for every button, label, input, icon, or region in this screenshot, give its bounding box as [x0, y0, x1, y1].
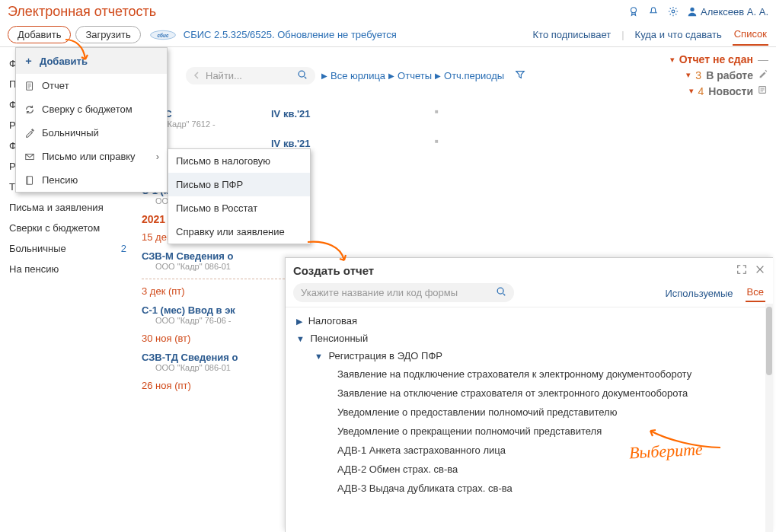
breadcrumb-item[interactable]: Все юрлица [331, 70, 385, 81]
sidebar-item[interactable]: На пенсию [6, 259, 137, 279]
dropdown-item[interactable]: Пенсию [16, 168, 167, 192]
svg-point-0 [631, 8, 637, 13]
report-period: IV кв.'21 [271, 108, 311, 119]
tab-used[interactable]: Используемые [663, 285, 734, 302]
status-in-work[interactable]: ▾ 3 В работе [670, 67, 768, 83]
sidebar-item[interactable]: Больничные2 [6, 238, 137, 259]
dropdown-item-label: Сверку с бюджетом [42, 104, 133, 115]
user-name: Алексеев А. А. [701, 6, 768, 18]
search-icon[interactable] [496, 286, 506, 299]
chevron-left-icon [193, 72, 201, 79]
gear-icon[interactable] [667, 5, 679, 18]
arrow-annotation [59, 37, 97, 67]
svg-point-5 [299, 71, 305, 77]
scrollbar[interactable] [765, 304, 773, 532]
minus-icon: — [758, 53, 768, 65]
who-signs-link[interactable]: Кто подписывает [533, 29, 612, 40]
sidebar-item-label: Письма и заявления [9, 202, 104, 213]
dropdown-item[interactable]: Сверку с бюджетом [16, 97, 167, 121]
user-icon [687, 6, 698, 17]
status-not-sent[interactable]: ▾ Отчет не сдан — [670, 52, 768, 67]
report-period: IV кв.'21 [271, 138, 311, 149]
book-icon [24, 175, 36, 186]
report-row[interactable]: о НДСIV кв.'21■О "Кадр" 7612 - [142, 104, 768, 133]
triangle-down-icon: ▼ [315, 352, 323, 361]
dropdown-item[interactable]: Больничный [16, 121, 167, 145]
submenu-item[interactable]: Справку или заявление [168, 220, 310, 244]
sync-icon [24, 104, 36, 115]
tree-leaf[interactable]: Заявление на отключение страхователя от … [293, 384, 770, 403]
svg-text:сбис: сбис [157, 32, 168, 37]
tab-all[interactable]: Все [746, 283, 765, 302]
doc-icon [24, 81, 36, 91]
sidebar-item[interactable]: Письма и заявления [6, 197, 137, 218]
search-input[interactable]: Найти... [186, 67, 315, 84]
submenu-item[interactable]: Письмо в ПФР [168, 173, 310, 196]
breadcrumb-item[interactable]: Отчеты [398, 70, 432, 81]
dropdown-item-label: Пенсию [42, 174, 78, 186]
sidebar-item-label: На пенсию [9, 263, 59, 275]
tree-node-tax[interactable]: ▶ Налоговая [293, 312, 770, 330]
sidebar-item-label: Сверки с бюджетом [9, 222, 100, 234]
breadcrumb-item[interactable]: Отч.периоды [444, 70, 504, 81]
filter-icon[interactable] [515, 69, 525, 82]
tab-list[interactable]: Список [733, 24, 768, 46]
mail-icon [24, 151, 36, 162]
tree-leaf[interactable]: АДВ-2 Обмен страх. св-ва [293, 460, 770, 479]
plus-icon: ＋ [24, 54, 34, 68]
report-title: СС [142, 138, 768, 149]
callout-text: Выберите [628, 439, 703, 463]
close-icon[interactable] [755, 264, 765, 277]
triangle-right-icon: ▶ [321, 72, 327, 80]
tree-leaf[interactable]: АДВ-3 Выдача дубликата страх. св-ва [293, 479, 770, 498]
award-icon[interactable] [628, 5, 640, 18]
add-dropdown: ＋ Добавить ОтчетСверку с бюджетомБольнич… [15, 47, 168, 193]
panel-search-placeholder: Укажите название или код формы [301, 287, 458, 298]
dropdown-item[interactable]: Отчет [16, 74, 167, 97]
submenu-item[interactable]: Письмо в налоговую [168, 149, 310, 173]
dropdown-item-label: Письмо или справку [42, 151, 136, 162]
svg-point-1 [672, 10, 675, 13]
version-text: СБИС 2.5.325/6525. Обновление не требует… [184, 29, 397, 40]
tree-node-pension[interactable]: ▼ Пенсионный [293, 330, 770, 347]
report-title: о НДС [142, 108, 768, 119]
svg-point-10 [497, 288, 503, 294]
svg-rect-9 [27, 176, 33, 184]
dropdown-item-label: Отчет [42, 80, 69, 91]
triangle-right-icon: ▶ [296, 317, 302, 327]
triangle-down-icon: ▼ [296, 334, 305, 343]
arrow-annotation [303, 237, 356, 268]
news-icon [758, 84, 768, 97]
triangle-right-icon: ▶ [435, 72, 441, 80]
tree-node-reg[interactable]: ▼ Регистрация в ЭДО ПФР [293, 347, 770, 365]
create-report-panel: Создать отчет Укажите название или код ф… [285, 257, 773, 532]
hammer-icon [758, 68, 768, 81]
panel-search-input[interactable]: Укажите название или код формы [293, 283, 514, 302]
dropdown-item-label: Больничный [42, 127, 99, 139]
badge: 2 [121, 243, 126, 254]
tree-leaf[interactable]: Заявление на подключение страхователя к … [293, 365, 770, 384]
status-news[interactable]: ▾ 4 Новости [670, 83, 768, 99]
dropdown-item[interactable]: Письмо или справку› [16, 145, 167, 168]
chevron-down-icon: ▾ [670, 55, 675, 65]
status-dot-icon: ■ [435, 108, 439, 115]
tree-leaf[interactable]: Уведомление о предоставлении полномочий … [293, 403, 770, 422]
pen-icon [24, 128, 36, 139]
chevron-right-icon: › [156, 151, 159, 162]
chevron-down-icon: ▾ [686, 70, 691, 80]
where-send-link[interactable]: Куда и что сдавать [635, 29, 722, 40]
status-column: ▾ Отчет не сдан — ▾ 3 В работе ▾ 4 Новос… [670, 52, 768, 99]
svg-point-2 [690, 8, 694, 11]
submenu-item[interactable]: Письмо в Росстат [168, 196, 310, 220]
search-icon[interactable] [297, 69, 308, 82]
bell-icon[interactable] [647, 5, 659, 18]
letter-submenu: Письмо в налоговуюПисьмо в ПФРПисьмо в Р… [168, 148, 311, 244]
report-org: О "Кадр" 7612 - [142, 119, 768, 129]
breadcrumb[interactable]: ▶ Все юрлица ▶ Отчеты ▶ Отч.периоды [321, 70, 504, 81]
sidebar-item-label: Больничные [9, 243, 66, 254]
user-menu[interactable]: Алексеев А. А. [687, 6, 768, 18]
sbis-logo: сбис [148, 28, 177, 42]
expand-icon[interactable] [736, 264, 747, 277]
panel-body: ▶ Налоговая ▼ Пенсионный ▼ Регистрация в… [286, 307, 773, 532]
sidebar-item[interactable]: Сверки с бюджетом [6, 218, 137, 238]
